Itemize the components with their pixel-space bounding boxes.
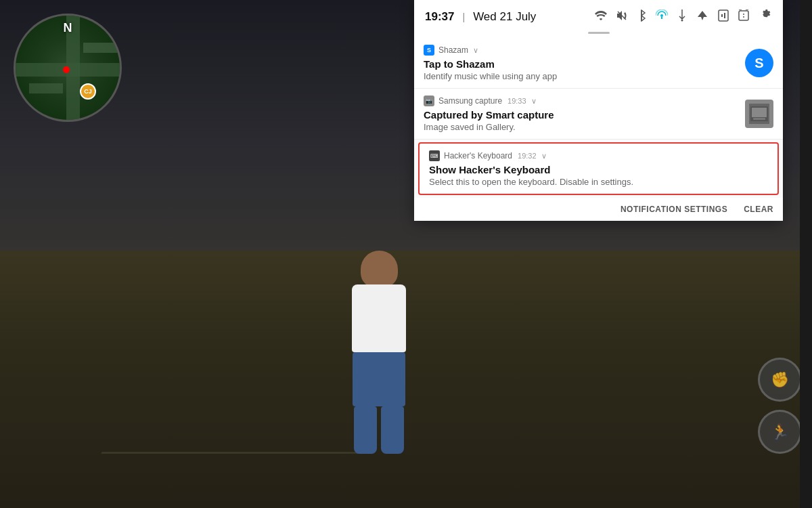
settings-gear-icon[interactable] bbox=[759, 8, 772, 25]
game-buttons-container: ✊ 🏃 bbox=[758, 358, 802, 454]
hackers-keyboard-notification[interactable]: ⌨ Hacker's Keyboard 19:32 ∨ Show Hacker'… bbox=[418, 142, 779, 195]
nfc-status-icon bbox=[718, 9, 729, 24]
samsung-capture-chevron[interactable]: ∨ bbox=[531, 97, 537, 106]
notification-actions: NOTIFICATION SETTINGS CLEAR bbox=[414, 198, 783, 221]
hackers-keyboard-chevron[interactable]: ∨ bbox=[541, 152, 547, 161]
minimap-north: N bbox=[64, 21, 72, 35]
minimap-player: CJ bbox=[80, 83, 96, 100]
samsung-capture-notification[interactable]: 📷 Samsung capture 19:33 ∨ Captured by Sm… bbox=[414, 89, 783, 140]
wifi-status-icon bbox=[595, 11, 607, 23]
hackers-keyboard-time: 19:32 bbox=[518, 152, 537, 160]
hackers-keyboard-app-name: Hacker's Keyboard bbox=[444, 151, 512, 161]
status-left: 19:37 | Wed 21 July bbox=[425, 10, 536, 24]
status-bar: 19:37 | Wed 21 July bbox=[414, 0, 783, 30]
hackers-keyboard-subtitle: Select this to open the keyboard. Disabl… bbox=[429, 177, 768, 187]
filter-status-icon bbox=[677, 9, 687, 24]
shazam-app-icon: S bbox=[424, 45, 434, 56]
char-leg-right bbox=[381, 406, 404, 454]
shazam-logo: S bbox=[745, 49, 773, 77]
char-leg-left bbox=[354, 406, 377, 454]
run-icon: 🏃 bbox=[771, 423, 789, 441]
fight-icon: ✊ bbox=[771, 371, 789, 389]
clear-button[interactable]: CLEAR bbox=[744, 205, 773, 214]
right-edge-bar bbox=[800, 0, 812, 508]
unknown-status-icon bbox=[738, 9, 749, 24]
svg-point-2 bbox=[660, 14, 663, 17]
hotspot-status-icon bbox=[656, 9, 668, 24]
shazam-chevron[interactable]: ∨ bbox=[473, 46, 478, 55]
shazam-subtitle: Identify music while using any app bbox=[424, 71, 773, 81]
notification-panel: 19:37 | Wed 21 July bbox=[414, 0, 783, 221]
samsung-capture-subtitle: Image saved in Gallery. bbox=[424, 122, 773, 132]
svg-rect-6 bbox=[739, 11, 748, 20]
shazam-notification[interactable]: S Shazam ∨ Tap to Shazam Identify music … bbox=[414, 38, 783, 89]
sound-status-icon bbox=[616, 10, 627, 24]
drag-handle-area bbox=[414, 30, 783, 38]
char-pants bbox=[353, 352, 405, 406]
bluetooth-status-icon bbox=[637, 9, 646, 24]
status-separator: | bbox=[462, 12, 465, 22]
game-character bbox=[284, 183, 474, 454]
airplane-status-icon bbox=[696, 9, 708, 24]
status-date: Wed 21 July bbox=[473, 10, 536, 24]
samsung-capture-time: 19:33 bbox=[508, 97, 526, 105]
char-head bbox=[361, 251, 398, 288]
shazam-title: Tap to Shazam bbox=[424, 58, 773, 70]
samsung-capture-title: Captured by Smart capture bbox=[424, 109, 773, 121]
fight-button[interactable]: ✊ bbox=[758, 358, 802, 402]
svg-point-4 bbox=[681, 19, 683, 21]
samsung-capture-app-name: Samsung capture bbox=[438, 96, 502, 106]
status-icons bbox=[595, 8, 772, 25]
hackers-keyboard-app-icon: ⌨ bbox=[429, 150, 440, 161]
hackers-keyboard-title: Show Hacker's Keyboard bbox=[429, 164, 768, 175]
status-time: 19:37 bbox=[425, 10, 454, 24]
notification-settings-button[interactable]: NOTIFICATION SETTINGS bbox=[621, 205, 727, 214]
run-button[interactable]: 🏃 bbox=[758, 410, 802, 454]
svg-rect-5 bbox=[719, 10, 728, 21]
svg-rect-11 bbox=[752, 108, 767, 117]
svg-rect-12 bbox=[753, 118, 765, 120]
samsung-capture-app-icon: 📷 bbox=[424, 96, 434, 106]
minimap-target bbox=[63, 66, 70, 73]
shazam-app-name: Shazam bbox=[438, 45, 468, 55]
char-torso bbox=[352, 284, 406, 352]
minimap: N CJ bbox=[14, 14, 122, 122]
drag-handle bbox=[588, 32, 610, 34]
screenshot-thumbnail bbox=[745, 100, 773, 128]
